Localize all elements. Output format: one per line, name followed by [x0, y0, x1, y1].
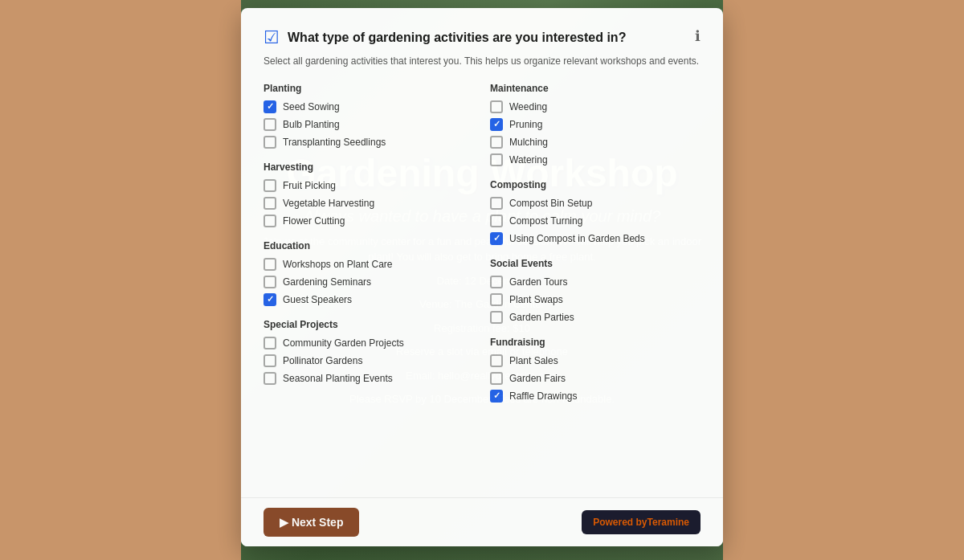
checkbox-seed-sowing[interactable] — [263, 100, 276, 113]
section-planting: Planting Seed Sowing Bulb Planting Trans… — [263, 83, 474, 149]
item-vegetable-harvesting[interactable]: Vegetable Harvesting — [263, 197, 474, 210]
item-community-garden-projects[interactable]: Community Garden Projects — [263, 337, 474, 349]
label-fruit-picking: Fruit Picking — [283, 180, 336, 191]
checkbox-watering[interactable] — [490, 153, 503, 166]
checkbox-garden-fairs[interactable] — [490, 372, 503, 385]
label-compost-bin-setup: Compost Bin Setup — [509, 198, 592, 209]
section-harvesting-title: Harvesting — [263, 161, 474, 173]
section-education: Education Workshops on Plant Care Garden… — [263, 240, 474, 306]
info-icon[interactable]: ℹ — [695, 27, 701, 45]
checkbox-pruning[interactable] — [490, 118, 503, 131]
item-guest-speakers[interactable]: Guest Speakers — [263, 293, 474, 306]
section-composting: Composting Compost Bin Setup Compost Tur… — [490, 179, 701, 245]
item-weeding[interactable]: Weeding — [490, 100, 701, 113]
label-watering: Watering — [509, 154, 548, 166]
label-plant-swaps: Plant Swaps — [509, 294, 563, 305]
item-compost-turning[interactable]: Compost Turning — [490, 215, 701, 227]
next-step-button[interactable]: ▶ Next Step — [263, 508, 359, 537]
checkbox-vegetable-harvesting[interactable] — [263, 197, 276, 210]
powered-by-brand: Teramine — [647, 517, 689, 528]
section-social-events-title: Social Events — [490, 258, 701, 269]
checkbox-compost-bin-setup[interactable] — [490, 197, 503, 210]
label-pruning: Pruning — [509, 119, 542, 130]
label-flower-cutting: Flower Cutting — [283, 215, 345, 227]
section-planting-title: Planting — [263, 83, 474, 94]
modal-bottom-bar: ▶ Next Step Powered byTeramine — [241, 497, 723, 546]
checkbox-pollinator-gardens[interactable] — [263, 354, 276, 367]
section-special-projects-title: Special Projects — [263, 319, 474, 330]
label-garden-parties: Garden Parties — [509, 312, 574, 323]
item-gardening-seminars[interactable]: Gardening Seminars — [263, 276, 474, 288]
section-composting-title: Composting — [490, 179, 701, 190]
item-using-compost[interactable]: Using Compost in Garden Beds — [490, 232, 701, 245]
item-compost-bin-setup[interactable]: Compost Bin Setup — [490, 197, 701, 210]
item-flower-cutting[interactable]: Flower Cutting — [263, 215, 474, 227]
checkbox-compost-turning[interactable] — [490, 215, 503, 227]
item-garden-parties[interactable]: Garden Parties — [490, 311, 701, 324]
section-harvesting: Harvesting Fruit Picking Vegetable Harve… — [263, 161, 474, 227]
item-workshops-plant-care[interactable]: Workshops on Plant Care — [263, 258, 474, 271]
checkbox-mulching[interactable] — [490, 136, 503, 149]
label-garden-fairs: Garden Fairs — [509, 373, 566, 384]
left-column: Planting Seed Sowing Bulb Planting Trans… — [263, 83, 474, 415]
checkbox-flower-cutting[interactable] — [263, 215, 276, 227]
checkbox-plant-sales[interactable] — [490, 354, 503, 367]
checkbox-using-compost[interactable] — [490, 232, 503, 245]
label-mulching: Mulching — [509, 137, 548, 148]
item-raffle-drawings[interactable]: Raffle Drawings — [490, 390, 701, 403]
item-watering[interactable]: Watering — [490, 153, 701, 166]
label-seed-sowing: Seed Sowing — [283, 101, 340, 112]
checkbox-weeding[interactable] — [490, 100, 503, 113]
item-seed-sowing[interactable]: Seed Sowing — [263, 100, 474, 113]
label-workshops-plant-care: Workshops on Plant Care — [283, 259, 393, 270]
checkbox-fruit-picking[interactable] — [263, 179, 276, 192]
checkbox-raffle-drawings[interactable] — [490, 390, 503, 403]
form-checkbox-icon: ☑ — [263, 27, 280, 48]
label-gardening-seminars: Gardening Seminars — [283, 276, 371, 288]
label-using-compost: Using Compost in Garden Beds — [509, 233, 645, 244]
item-bulb-planting[interactable]: Bulb Planting — [263, 118, 474, 131]
label-bulb-planting: Bulb Planting — [283, 119, 340, 130]
item-seasonal-planting-events[interactable]: Seasonal Planting Events — [263, 372, 474, 385]
checkbox-garden-parties[interactable] — [490, 311, 503, 324]
modal-title: What type of gardening activities are yo… — [288, 30, 626, 47]
modal: ☑ What type of gardening activities are … — [241, 8, 723, 546]
label-garden-tours: Garden Tours — [509, 276, 568, 288]
item-transplanting-seedlings[interactable]: Transplanting Seedlings — [263, 136, 474, 149]
checkbox-gardening-seminars[interactable] — [263, 276, 276, 288]
sections-grid: Planting Seed Sowing Bulb Planting Trans… — [263, 83, 701, 415]
section-fundraising-title: Fundraising — [490, 337, 701, 348]
item-pruning[interactable]: Pruning — [490, 118, 701, 131]
modal-description: Select all gardening activities that int… — [263, 55, 701, 68]
checkbox-workshops-plant-care[interactable] — [263, 258, 276, 271]
label-seasonal-planting-events: Seasonal Planting Events — [283, 373, 393, 384]
modal-header: ☑ What type of gardening activities are … — [263, 27, 701, 48]
item-garden-tours[interactable]: Garden Tours — [490, 276, 701, 288]
label-compost-turning: Compost Turning — [509, 215, 582, 227]
item-mulching[interactable]: Mulching — [490, 136, 701, 149]
item-garden-fairs[interactable]: Garden Fairs — [490, 372, 701, 385]
checkbox-bulb-planting[interactable] — [263, 118, 276, 131]
section-maintenance-title: Maintenance — [490, 83, 701, 94]
checkbox-transplanting-seedlings[interactable] — [263, 136, 276, 149]
label-community-garden-projects: Community Garden Projects — [283, 337, 404, 349]
item-fruit-picking[interactable]: Fruit Picking — [263, 179, 474, 192]
label-raffle-drawings: Raffle Drawings — [509, 390, 577, 402]
section-education-title: Education — [263, 240, 474, 251]
powered-by-label: Powered by — [593, 517, 647, 528]
item-plant-swaps[interactable]: Plant Swaps — [490, 293, 701, 306]
item-plant-sales[interactable]: Plant Sales — [490, 354, 701, 367]
checkbox-seasonal-planting-events[interactable] — [263, 372, 276, 385]
item-pollinator-gardens[interactable]: Pollinator Gardens — [263, 354, 474, 367]
checkbox-guest-speakers[interactable] — [263, 293, 276, 306]
checkbox-garden-tours[interactable] — [490, 276, 503, 288]
label-pollinator-gardens: Pollinator Gardens — [283, 355, 362, 366]
modal-title-row: ☑ What type of gardening activities are … — [263, 27, 626, 48]
label-weeding: Weeding — [509, 101, 547, 112]
label-vegetable-harvesting: Vegetable Harvesting — [283, 198, 374, 209]
section-special-projects: Special Projects Community Garden Projec… — [263, 319, 474, 385]
checkbox-plant-swaps[interactable] — [490, 293, 503, 306]
label-plant-sales: Plant Sales — [509, 355, 558, 366]
checkbox-community-garden-projects[interactable] — [263, 337, 276, 349]
right-column: Maintenance Weeding Pruning Mulching Wat… — [490, 83, 701, 415]
